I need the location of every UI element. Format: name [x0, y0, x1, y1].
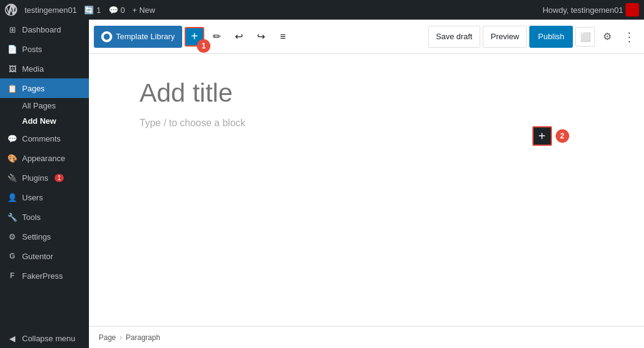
howdy-user[interactable]: Howdy, testingemen01	[543, 3, 639, 17]
sidebar-item-settings[interactable]: ⚙ Settings	[0, 227, 89, 246]
appearance-icon: 🎨	[7, 153, 17, 163]
plus-icon: +	[191, 29, 198, 44]
user-avatar	[626, 3, 639, 17]
collapse-icon: ◀	[7, 333, 17, 343]
sidebar-item-label: Media	[22, 64, 44, 74]
wp-logo-icon	[5, 4, 17, 16]
settings-icon: ⚙	[7, 232, 17, 241]
sidebar-subitem-add-new[interactable]: Add New	[0, 113, 89, 129]
title-field[interactable]: Add title	[140, 78, 594, 108]
sidebar-item-users[interactable]: 👤 Users	[0, 187, 89, 207]
sidebar-item-label: FakerPress	[22, 271, 63, 281]
sidebar-item-fakerpress[interactable]: F FakerPress	[0, 266, 89, 286]
add-block-wrapper: + 1	[185, 27, 204, 47]
posts-icon: 📄	[7, 44, 17, 54]
undo-icon: ↩	[235, 31, 243, 42]
users-icon: 👤	[7, 192, 17, 202]
plugins-icon: 🔌	[7, 173, 17, 183]
sidebar-item-label: Pages	[22, 84, 45, 93]
settings-circle-button[interactable]: ⚙	[597, 27, 617, 47]
canvas-add-block-button[interactable]: +	[532, 126, 552, 146]
editor-toolbar: Template Library + 1 ✏ ↩ ↪	[89, 20, 644, 54]
content-area: Template Library + 1 ✏ ↩ ↪	[89, 20, 644, 348]
wp-logo-link[interactable]	[5, 4, 17, 16]
sidebar-item-label: Gutentor	[22, 252, 53, 261]
template-lib-icon	[101, 31, 112, 42]
pages-icon: 📋	[7, 83, 17, 93]
editor-footer: Page › Paragraph	[89, 326, 644, 348]
sidebar-item-label: Plugins	[22, 173, 48, 183]
plugins-badge: 1	[55, 174, 64, 182]
comments-icon: 💬	[109, 6, 118, 15]
breadcrumb-page[interactable]: Page	[99, 333, 116, 342]
annotation-badge-1: 1	[197, 39, 210, 53]
sidebar-item-label: Users	[22, 193, 43, 202]
updates-icon: 🔄	[84, 6, 94, 15]
block-placeholder[interactable]: Type / to choose a block	[140, 118, 594, 129]
new-content-link[interactable]: + New	[132, 6, 155, 15]
editor-inner: Add title Type / to choose a block + 2	[128, 54, 606, 165]
redo-icon: ↪	[257, 31, 265, 42]
settings-circle-icon: ⚙	[603, 31, 611, 42]
list-view-icon: ≡	[280, 31, 285, 42]
comments-link[interactable]: 💬 0	[109, 6, 125, 15]
sidebar-item-tools[interactable]: 🔧 Tools	[0, 207, 89, 227]
sidebar-item-collapse[interactable]: ◀ Collapse menu	[0, 328, 89, 348]
view-toggle-button[interactable]: ⬜	[575, 27, 595, 47]
sidebar-item-dashboard[interactable]: ⊞ Dashboard	[0, 20, 89, 39]
save-draft-button[interactable]: Save draft	[428, 26, 480, 48]
sidebar-item-label: Collapse menu	[22, 334, 75, 343]
breadcrumb-separator: ›	[120, 333, 122, 342]
redo-button[interactable]: ↪	[251, 27, 270, 47]
annotation-badge-2: 2	[556, 129, 569, 143]
sidebar-item-label: Comments	[22, 134, 61, 143]
canvas-plus-icon: +	[539, 129, 546, 143]
sidebar-item-appearance[interactable]: 🎨 Appearance	[0, 148, 89, 168]
sidebar-item-plugins[interactable]: 🔌 Plugins 1	[0, 168, 89, 187]
sidebar-subitem-all-pages[interactable]: All Pages	[0, 98, 89, 113]
comments-sidebar-icon: 💬	[7, 134, 17, 143]
sidebar-item-posts[interactable]: 📄 Posts	[0, 39, 89, 59]
media-icon: 🖼	[7, 64, 17, 74]
pencil-icon: ✏	[213, 31, 221, 42]
sidebar-item-label: Posts	[22, 45, 42, 54]
admin-bar: testingemen01 🔄 1 💬 0 + New Howdy, testi…	[0, 0, 644, 20]
tools-icon: 🔧	[7, 212, 17, 222]
more-options-icon: ⋮	[623, 29, 635, 44]
dashboard-icon: ⊞	[7, 25, 17, 34]
sidebar-item-label: Dashboard	[22, 25, 61, 34]
view-toggle-icon: ⬜	[580, 32, 591, 42]
sidebar-item-label: Appearance	[22, 154, 65, 163]
undo-button[interactable]: ↩	[229, 27, 248, 47]
site-name-link[interactable]: testingemen01	[25, 6, 77, 15]
preview-button[interactable]: Preview	[483, 26, 527, 48]
publish-button[interactable]: Publish	[529, 26, 573, 48]
sidebar-item-pages[interactable]: 📋 Pages	[0, 78, 89, 98]
fakerpress-icon: F	[7, 271, 17, 281]
gutentor-icon: G	[7, 251, 17, 261]
editor-canvas[interactable]: Add title Type / to choose a block + 2	[89, 54, 644, 326]
canvas-add-block-wrapper: + 2	[532, 126, 569, 146]
sidebar-item-media[interactable]: 🖼 Media	[0, 59, 89, 78]
sidebar-item-comments[interactable]: 💬 Comments	[0, 129, 89, 148]
sidebar: ⊞ Dashboard 📄 Posts 🖼 Media 📋 Pages All …	[0, 20, 89, 348]
updates-link[interactable]: 🔄 1	[84, 6, 101, 15]
more-options-button[interactable]: ⋮	[619, 27, 639, 47]
list-view-button[interactable]: ≡	[273, 27, 293, 47]
sidebar-item-label: Settings	[22, 232, 51, 241]
breadcrumb-paragraph[interactable]: Paragraph	[126, 333, 160, 342]
sidebar-item-label: Tools	[22, 213, 40, 222]
sidebar-item-gutentor[interactable]: G Gutentor	[0, 246, 89, 266]
template-library-button[interactable]: Template Library	[94, 26, 182, 48]
